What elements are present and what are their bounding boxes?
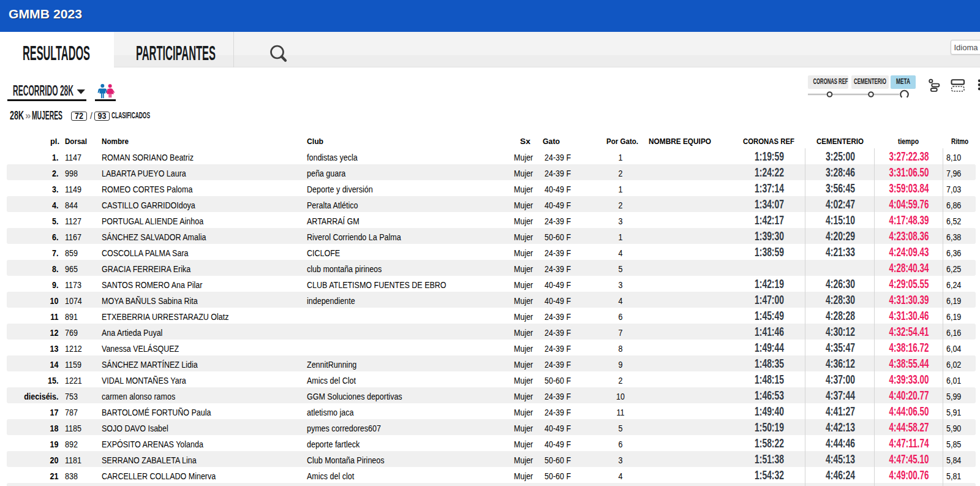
- svg-text:1:41:46: 1:41:46: [755, 324, 784, 338]
- svg-text:1:24:22: 1:24:22: [755, 165, 784, 179]
- svg-text:8: 8: [619, 344, 623, 354]
- svg-text:CEMENTERIO: CEMENTERIO: [854, 77, 886, 86]
- svg-text:Nombre: Nombre: [102, 137, 129, 146]
- svg-text:GMMB 2023: GMMB 2023: [9, 7, 82, 21]
- svg-text:fondistas yecla: fondistas yecla: [307, 153, 358, 162]
- svg-text:1149: 1149: [65, 184, 81, 194]
- svg-text:1:58:22: 1:58:22: [755, 436, 784, 450]
- svg-text:Mujer: Mujer: [514, 153, 533, 162]
- svg-text:4:29:05.55: 4:29:05.55: [889, 276, 929, 290]
- svg-text:Mujer: Mujer: [514, 392, 533, 401]
- svg-text:VIDAL MONTAÑES Yara: VIDAL MONTAÑES Yara: [102, 376, 186, 385]
- svg-text:18: 18: [50, 423, 59, 433]
- svg-text:4:42:13: 4:42:13: [826, 420, 855, 434]
- svg-text:4:04:59.76: 4:04:59.76: [889, 197, 929, 211]
- svg-text:6,24: 6,24: [946, 280, 961, 290]
- svg-text:3.: 3.: [52, 184, 58, 194]
- svg-text:50-60 F: 50-60 F: [545, 455, 571, 465]
- svg-text:4:44:06.50: 4:44:06.50: [889, 404, 929, 418]
- svg-text:40-49 F: 40-49 F: [545, 184, 571, 194]
- svg-text:independiente: independiente: [307, 296, 355, 306]
- svg-text:6,52: 6,52: [946, 216, 961, 226]
- svg-text:4:36:12: 4:36:12: [826, 356, 855, 370]
- svg-text:1159: 1159: [65, 360, 81, 370]
- svg-text:MUJERES: MUJERES: [32, 108, 62, 122]
- svg-text:Deporte y diversión: Deporte y diversión: [307, 184, 373, 194]
- svg-text:4.: 4.: [52, 200, 58, 210]
- svg-text:24-39 F: 24-39 F: [545, 408, 571, 417]
- svg-text:club montaña pirineos: club montaña pirineos: [307, 264, 382, 274]
- svg-text:GGM Soluciones deportivas: GGM Soluciones deportivas: [307, 392, 402, 401]
- svg-text:4:02:47: 4:02:47: [826, 197, 855, 211]
- svg-text:1:34:07: 1:34:07: [755, 197, 784, 211]
- svg-text:1:49:40: 1:49:40: [755, 404, 784, 418]
- svg-text:4:45:13: 4:45:13: [826, 452, 855, 466]
- svg-text:4:28:28: 4:28:28: [826, 308, 855, 322]
- svg-text:NOMBRE EQUIPO: NOMBRE EQUIPO: [649, 137, 711, 146]
- svg-text:CASTILLO GARRIDOIdoya: CASTILLO GARRIDOIdoya: [102, 200, 195, 210]
- svg-text:1074: 1074: [65, 296, 82, 306]
- svg-text:1: 1: [619, 184, 623, 194]
- svg-text:1:39:30: 1:39:30: [755, 229, 784, 243]
- svg-text:769: 769: [65, 328, 78, 338]
- svg-text:5,91: 5,91: [946, 408, 961, 417]
- svg-text:5,81: 5,81: [946, 471, 961, 481]
- svg-text:META: META: [896, 77, 910, 86]
- svg-text:CLASIFICADOS: CLASIFICADOS: [111, 110, 150, 120]
- svg-text:Amics del clot: Amics del clot: [307, 471, 354, 481]
- svg-text:8.: 8.: [52, 264, 58, 274]
- svg-text:4:47:11.74: 4:47:11.74: [889, 436, 929, 450]
- svg-text:1:50:19: 1:50:19: [755, 420, 784, 434]
- svg-text:4: 4: [619, 248, 623, 258]
- svg-text:7: 7: [619, 328, 623, 338]
- svg-text:Mujer: Mujer: [514, 200, 533, 210]
- svg-text:7.: 7.: [52, 248, 58, 258]
- svg-text:tiempo: tiempo: [898, 137, 919, 146]
- svg-text:LABARTA PUEYO Laura: LABARTA PUEYO Laura: [102, 169, 186, 178]
- svg-text:2: 2: [619, 200, 623, 210]
- svg-text:1:54:32: 1:54:32: [755, 468, 784, 482]
- svg-text:Club: Club: [307, 137, 323, 146]
- svg-text:4:39:33.00: 4:39:33.00: [889, 372, 929, 386]
- svg-text:SÁNCHEZ MARTÍNEZ Lidia: SÁNCHEZ MARTÍNEZ Lidia: [102, 360, 198, 370]
- svg-text:Amics del Clot: Amics del Clot: [307, 376, 356, 385]
- svg-text:24-39 F: 24-39 F: [545, 328, 571, 338]
- svg-text:11: 11: [50, 312, 58, 322]
- svg-text:ROMEO CORTES Paloma: ROMEO CORTES Paloma: [102, 184, 193, 194]
- svg-text:Mujer: Mujer: [514, 248, 533, 258]
- svg-text:6,86: 6,86: [946, 200, 961, 210]
- svg-text:24-39 F: 24-39 F: [545, 312, 571, 322]
- svg-text:4:17:48.39: 4:17:48.39: [889, 213, 929, 227]
- svg-text:1:38:59: 1:38:59: [755, 245, 784, 259]
- svg-text:1:46:53: 1:46:53: [755, 388, 784, 402]
- svg-text:40-49 F: 40-49 F: [545, 423, 571, 433]
- svg-text:1:47:00: 1:47:00: [755, 292, 784, 306]
- svg-text:Mujer: Mujer: [514, 312, 533, 322]
- svg-text:3:31:06.50: 3:31:06.50: [889, 165, 929, 179]
- svg-text:4: 4: [619, 296, 623, 306]
- svg-text:6,16: 6,16: [946, 328, 961, 338]
- svg-text:40-49 F: 40-49 F: [545, 280, 571, 290]
- svg-text:GRACIA FERREIRA Erika: GRACIA FERREIRA Erika: [102, 264, 190, 274]
- svg-text:4:31:30.46: 4:31:30.46: [889, 308, 929, 322]
- svg-text:24-39 F: 24-39 F: [545, 248, 571, 258]
- svg-text:Mujer: Mujer: [514, 376, 533, 385]
- svg-text:4:26:30: 4:26:30: [826, 276, 855, 290]
- svg-text:2: 2: [619, 376, 623, 385]
- svg-text:5,85: 5,85: [946, 439, 961, 449]
- svg-text:1.: 1.: [52, 153, 58, 162]
- svg-text:6,36: 6,36: [946, 248, 961, 258]
- svg-text:3:27:22.38: 3:27:22.38: [889, 149, 929, 163]
- svg-text:RESULTADOS: RESULTADOS: [23, 42, 90, 64]
- svg-text:RECORRIDO 28K: RECORRIDO 28K: [13, 82, 74, 99]
- svg-text:4:32:54.41: 4:32:54.41: [889, 324, 929, 338]
- svg-text:3: 3: [619, 216, 623, 226]
- svg-text:6,25: 6,25: [946, 264, 961, 274]
- svg-text:CEMENTERIO: CEMENTERIO: [816, 137, 864, 146]
- svg-text:4:46:24: 4:46:24: [826, 468, 855, 482]
- svg-text:6,38: 6,38: [946, 232, 961, 242]
- svg-text:1:37:14: 1:37:14: [755, 181, 784, 195]
- svg-text:dieciséis.: dieciséis.: [24, 392, 58, 401]
- svg-text:6,02: 6,02: [946, 360, 961, 370]
- svg-text:24-39 F: 24-39 F: [545, 169, 571, 178]
